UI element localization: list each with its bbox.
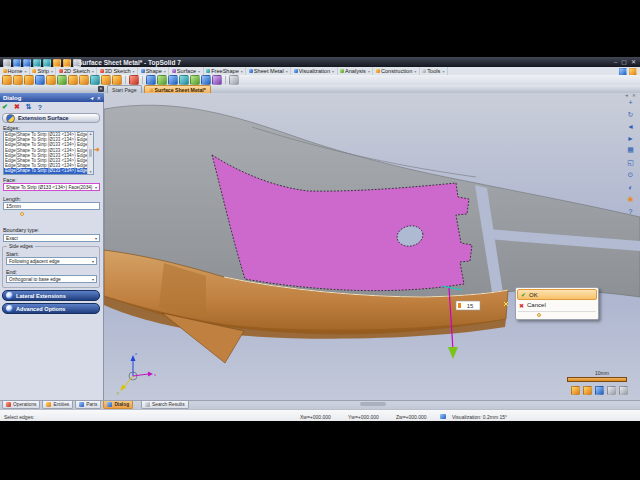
viewport-help-icon[interactable]: ? (629, 208, 633, 215)
menu-freeshape[interactable]: FreeShape (204, 67, 247, 75)
menu-strip[interactable]: Strip (30, 67, 57, 75)
sew-tool-icon[interactable] (201, 75, 211, 85)
selection-mode-icon[interactable] (583, 386, 592, 395)
rotate-view-icon[interactable]: ↻ (628, 111, 634, 119)
menu-tools[interactable]: Tools (420, 67, 448, 75)
edge-list-item-selected[interactable]: Edge(Shape To Strip (Ø133 <134>) Edge(21… (4, 168, 93, 173)
joggle-tool-icon[interactable] (112, 75, 122, 85)
menu-sheet-metal[interactable]: Sheet Metal (246, 67, 291, 75)
trim-tool-icon[interactable] (90, 75, 100, 85)
restore-button[interactable]: ▢ (621, 58, 627, 66)
back-icon[interactable] (53, 59, 61, 67)
chevron-down-icon[interactable] (92, 277, 94, 282)
scroll-down-icon[interactable]: ▼ (89, 170, 92, 174)
cut-tool-icon[interactable] (68, 75, 78, 85)
previous-view-icon[interactable]: ◄ (627, 123, 634, 130)
menu-home[interactable]: Home (0, 67, 30, 75)
splitter-handle[interactable] (360, 402, 386, 406)
sweep-tool-icon[interactable] (179, 75, 189, 85)
menu-2d-sketch[interactable]: 2D Sketch (56, 67, 97, 75)
flag-option-4-selected[interactable] (20, 212, 24, 216)
blend-tool-icon[interactable] (212, 75, 222, 85)
flag-option-2[interactable] (8, 212, 12, 216)
dialog-help-icon[interactable]: ? (38, 104, 42, 111)
menu-analysis[interactable]: Analysis (338, 67, 374, 75)
stamp-tool-icon[interactable] (57, 75, 67, 85)
save-all-icon[interactable] (23, 59, 31, 67)
standard-views-icon[interactable]: ▦ (627, 146, 634, 154)
menu-construction[interactable]: Construction (373, 67, 419, 75)
scroll-thumb[interactable] (89, 149, 92, 157)
tab-search-results[interactable]: Search Results (141, 401, 189, 409)
model-view[interactable]: 15 z x y (104, 93, 640, 400)
lateral-extensions-bar[interactable]: Lateral Extensions (2, 290, 100, 301)
forward-icon[interactable] (63, 59, 71, 67)
scroll-up-icon[interactable]: ▲ (89, 132, 92, 136)
tab-dialog[interactable]: Dialog (103, 401, 133, 409)
options-tool-icon[interactable] (229, 75, 239, 85)
loft-tool-icon[interactable] (168, 75, 178, 85)
hem-tool-icon[interactable] (101, 75, 111, 85)
popup-cancel-item[interactable]: ✖ Cancel (516, 300, 598, 310)
tab-parts[interactable]: Parts (75, 401, 101, 409)
zoom-fit-icon[interactable]: ⊙ (628, 171, 634, 179)
chevron-down-icon[interactable] (92, 259, 94, 264)
chevron-down-icon[interactable] (95, 185, 97, 190)
undo-icon[interactable] (33, 59, 41, 67)
menu-shape[interactable]: Shape (138, 67, 169, 75)
tab-start-page[interactable]: Start Page (107, 85, 142, 93)
popup-flag-4-selected[interactable] (537, 313, 541, 317)
pin-icon[interactable]: ➤ (88, 94, 95, 101)
chevron-down-icon[interactable] (95, 236, 97, 241)
surface-tool-icon[interactable] (146, 75, 156, 85)
tab-operations[interactable]: Operations (2, 401, 40, 409)
edges-scrollbar[interactable]: ▲ ▼ (87, 132, 93, 174)
reverse-icon[interactable]: ⇅ (26, 103, 32, 111)
unfold-tool-icon[interactable] (2, 75, 12, 85)
close-button[interactable]: ✕ (631, 58, 636, 66)
start-combobox[interactable]: Following adjacent edge (6, 257, 97, 265)
popup-flag-1[interactable] (519, 313, 523, 317)
relief-tool-icon[interactable] (46, 75, 56, 85)
tab-entities[interactable]: Entities (42, 401, 73, 409)
face-combobox[interactable]: Shape To Strip (Ø133 <134>) Face(2034) (3, 183, 100, 191)
redo-icon[interactable] (43, 59, 51, 67)
flag-option-3[interactable] (14, 212, 18, 216)
extension-tool-icon[interactable] (35, 75, 45, 85)
pick-filter-icon[interactable] (571, 386, 580, 395)
length-input[interactable]: 15mm (3, 202, 100, 210)
dimension-arrow[interactable] (448, 347, 458, 359)
popup-ok-item[interactable]: ✔ OK (517, 289, 597, 300)
fill-tool-icon[interactable] (157, 75, 167, 85)
pan-view-icon[interactable]: + (628, 99, 632, 106)
visualization-status-icon[interactable] (440, 414, 446, 419)
validate-button[interactable]: ✔ (2, 103, 8, 111)
popup-flag-2[interactable] (525, 313, 529, 317)
grid-snap-icon[interactable] (595, 386, 604, 395)
menu-visualization[interactable]: Visualization (291, 67, 337, 75)
boundary-type-combobox[interactable]: Exact (3, 234, 100, 242)
menu-3d-sketch[interactable]: 3D Sketch (97, 67, 138, 75)
minimize-button[interactable]: – (614, 58, 617, 66)
side-pin-icon[interactable]: ➤ (624, 93, 630, 99)
offset-tool-icon[interactable] (190, 75, 200, 85)
side-close-icon[interactable]: ✕ (632, 93, 636, 98)
strip-definition-icon[interactable] (129, 75, 139, 85)
popup-flag-3[interactable] (531, 313, 535, 317)
edges-listbox[interactable]: Edge(Shape To Strip (Ø133 <134>) Edge(23… (3, 131, 94, 175)
app-icon[interactable] (3, 59, 11, 67)
edge-list-item[interactable]: Edge(Shape To Strip (Ø133 <134>) Edge(20… (4, 148, 93, 153)
render-options-icon[interactable]: ◉ (627, 195, 633, 203)
close-panel-icon[interactable]: ✕ (97, 95, 101, 101)
next-view-icon[interactable]: ► (627, 135, 634, 142)
view-mode-icon[interactable] (607, 386, 616, 395)
menu-surface[interactable]: Surface (169, 67, 203, 75)
extension-surface-section[interactable]: Extension Surface (2, 113, 100, 123)
corner-tool-icon[interactable] (79, 75, 89, 85)
advanced-options-bar[interactable]: Advanced Options (2, 303, 100, 314)
tab-surface-sheet-metal[interactable]: Surface Sheet Metal* (144, 85, 211, 93)
zoom-window-icon[interactable]: ◱ (627, 159, 634, 167)
display-mode-icon[interactable] (619, 386, 628, 395)
dimension-label[interactable]: 15 (456, 301, 480, 310)
edge-list-item[interactable]: Edge(Shape To Strip (Ø133 <134>) Edge(23… (4, 142, 93, 147)
